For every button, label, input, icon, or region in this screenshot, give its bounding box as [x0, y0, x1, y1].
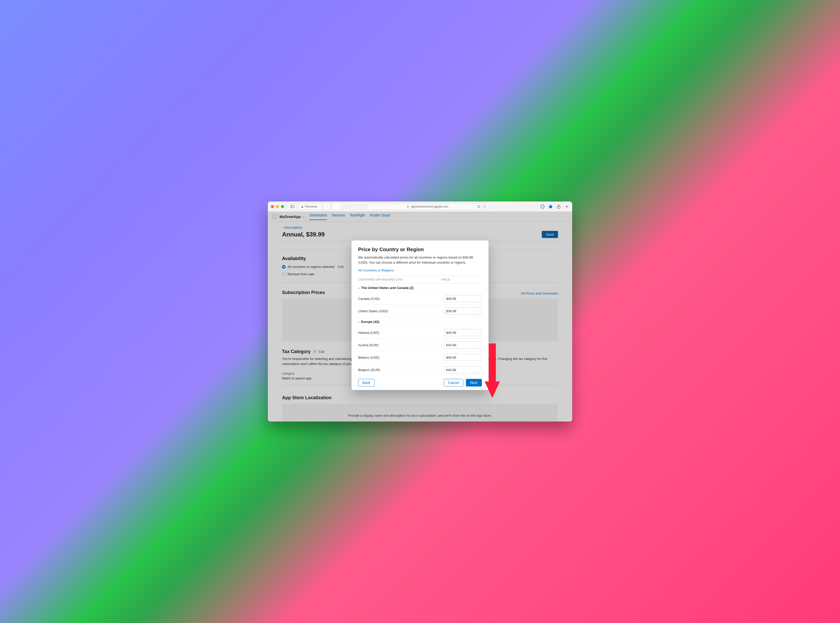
price-select[interactable]: $39.99⌵: [444, 307, 482, 315]
svg-rect-5: [479, 205, 480, 207]
price-select[interactable]: $49.99⌵: [444, 295, 482, 302]
reload-icon[interactable]: [483, 205, 486, 208]
chevron-down-icon: ⌵: [478, 331, 480, 334]
person-icon: [301, 205, 304, 208]
page-body: MyGreatApp ⌵ Distribution Services TestF…: [268, 212, 572, 422]
extension-icon[interactable]: [548, 204, 553, 209]
chevron-down-icon: ⌵: [478, 344, 480, 347]
price-value: $49.99: [446, 356, 456, 359]
window-controls: [271, 205, 284, 208]
expand-icon: ⌵: [358, 321, 360, 323]
profile-label: Personal: [305, 205, 317, 208]
col-countries: COUNTRIES OR REGIONS (175): [358, 278, 441, 281]
minimize-window-icon[interactable]: [276, 205, 279, 208]
col-price: PRICE: [441, 278, 482, 281]
price-row: Belarus (USD)$49.99⌵: [358, 351, 482, 364]
modal-footer: Back Cancel Next: [352, 375, 488, 390]
chevron-down-icon: ⌵: [478, 356, 480, 359]
new-tab-icon[interactable]: [565, 204, 569, 209]
group-name: Europe (42): [361, 320, 379, 324]
price-row: Austria (EUR)€44.99⌵: [358, 339, 482, 351]
price-row: Albania (USD)$49.99⌵: [358, 327, 482, 339]
nav-back-button[interactable]: ‹: [323, 204, 331, 210]
expand-icon: ⌵: [358, 286, 360, 289]
nav-forward-button[interactable]: ›: [332, 204, 340, 210]
price-row: United States (USD)$39.99⌵: [358, 305, 482, 317]
chevron-down-icon: ⌵: [478, 297, 480, 300]
modal-title: Price by Country or Region: [358, 247, 482, 252]
price-value: €44.99: [446, 368, 456, 372]
modal-subtitle: We automatically calculated prices for a…: [358, 255, 482, 265]
country-label: Canada (CAD): [358, 297, 444, 301]
modal-all-regions-label: All Countries or Regions: [358, 269, 394, 272]
group-name: The United States and Canada (2): [361, 286, 414, 290]
svg-point-6: [541, 205, 544, 208]
reader-icon[interactable]: [477, 205, 481, 208]
share-icon[interactable]: [557, 204, 561, 209]
country-label: Belgium (EUR): [358, 368, 444, 372]
address-bar[interactable]: appstoreconnect.apple.com: [367, 203, 488, 210]
modal-all-regions-link[interactable]: All Countries or Regions ⌵: [358, 269, 482, 272]
country-label: Albania (USD): [358, 331, 444, 335]
price-value: €44.99: [446, 343, 456, 347]
price-modal: Price by Country or Region We automatica…: [352, 241, 488, 390]
group-header[interactable]: ⌵Europe (42): [358, 317, 482, 327]
close-window-icon[interactable]: [271, 205, 274, 208]
price-select[interactable]: $49.99⌵: [444, 329, 482, 336]
browser-toolbar: Personal ⌵ ‹ › appstoreconnect.apple.com: [268, 201, 572, 212]
lock-icon: [406, 205, 409, 208]
url-text: appstoreconnect.apple.com: [411, 205, 448, 208]
country-label: Austria (EUR): [358, 343, 444, 347]
svg-rect-4: [478, 205, 478, 207]
chevron-down-icon: ⌵: [318, 205, 319, 208]
fullscreen-window-icon[interactable]: [281, 205, 284, 208]
price-value: $49.99: [446, 297, 456, 301]
country-label: United States (USD): [358, 309, 444, 313]
modal-table-body[interactable]: ⌵The United States and Canada (2)Canada …: [358, 283, 482, 375]
stop-loading-icon[interactable]: [540, 204, 545, 209]
next-button[interactable]: Next: [466, 379, 482, 387]
price-row: Canada (CAD)$49.99⌵: [358, 293, 482, 305]
price-value: $39.99: [446, 309, 456, 313]
safari-window: Personal ⌵ ‹ › appstoreconnect.apple.com: [268, 201, 572, 422]
svg-rect-0: [291, 205, 294, 208]
profile-button[interactable]: Personal ⌵: [299, 204, 322, 210]
chevron-down-icon: ⌵: [395, 269, 396, 272]
price-select[interactable]: €44.99⌵: [444, 366, 482, 373]
svg-rect-3: [407, 206, 409, 207]
sidebar-icon: [290, 204, 295, 209]
chevron-down-icon: ⌵: [478, 310, 480, 313]
chevron-down-icon: ⌵: [478, 368, 480, 371]
country-label: Belarus (USD): [358, 356, 444, 359]
svg-rect-7: [549, 205, 552, 208]
modal-table-header: COUNTRIES OR REGIONS (175) PRICE: [358, 276, 482, 283]
back-button[interactable]: Back: [358, 379, 375, 387]
sidebar-toggle-button[interactable]: [288, 204, 297, 210]
price-select[interactable]: €44.99⌵: [444, 341, 482, 348]
price-select[interactable]: $49.99⌵: [444, 354, 482, 361]
price-row: Belgium (EUR)€44.99⌵: [358, 364, 482, 375]
svg-point-2: [302, 206, 303, 207]
group-header[interactable]: ⌵The United States and Canada (2): [358, 283, 482, 293]
cancel-button[interactable]: Cancel: [444, 379, 464, 387]
price-value: $49.99: [446, 331, 456, 335]
